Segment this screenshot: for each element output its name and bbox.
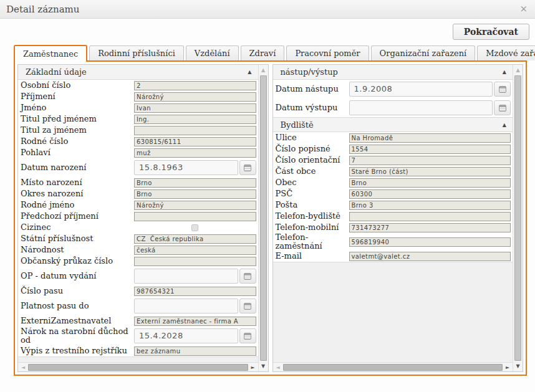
vertical-scroll-thumb[interactable] — [260, 75, 267, 361]
section-header-bydliste[interactable]: Bydliště▲ — [273, 117, 513, 132]
text-input[interactable]: bez záznamu — [134, 347, 256, 356]
calendar-button[interactable] — [239, 328, 256, 343]
text-input[interactable]: 987654321 — [134, 287, 256, 296]
field-label: Příjmení — [21, 92, 134, 101]
field-row-titul-za-jmenem: Titul za jménem — [18, 125, 258, 136]
horizontal-scrollbar[interactable]: ◄► — [273, 362, 513, 371]
field-row-cizinec: Cizinec — [18, 222, 258, 233]
collapse-icon[interactable]: ▲ — [503, 69, 506, 75]
section-title: nástup/výstup — [281, 67, 338, 77]
text-input[interactable] — [134, 257, 256, 266]
field-label: Státní příslušnost — [21, 234, 134, 243]
scroll-right-icon[interactable]: ► — [504, 363, 511, 371]
text-input[interactable]: Staré Brno (část) — [349, 167, 511, 176]
field-row-platnost-pasu-do: Platnost pasu do — [18, 297, 258, 315]
field-label: ExterniZamestnavatel — [21, 317, 134, 325]
scroll-left-icon[interactable]: ◄ — [275, 363, 281, 371]
calendar-button[interactable] — [239, 299, 256, 313]
field-row-misto-narozeni: Místo narozeníBrno — [18, 177, 258, 188]
text-input[interactable]: CZ Česká republika — [134, 234, 256, 244]
text-input[interactable]: Brno — [134, 178, 256, 188]
vertical-scrollbar[interactable]: ▲ ▼ — [513, 65, 523, 371]
calendar-button[interactable] — [494, 82, 511, 97]
field-label: Datum narození — [21, 163, 134, 172]
calendar-button[interactable] — [494, 100, 511, 115]
tab-organizacni-zarazeni[interactable]: Organizační zařazení — [371, 45, 476, 60]
field-label: Nárok na starobní důchod od — [21, 327, 134, 345]
text-input[interactable]: 60300 — [349, 189, 511, 199]
text-input[interactable]: 7 — [349, 156, 511, 165]
field-label: Místo narození — [21, 178, 134, 187]
horizontal-scroll-thumb[interactable] — [28, 364, 248, 371]
collapse-icon[interactable]: ▲ — [503, 122, 506, 128]
tab-zdravi[interactable]: Zdraví — [241, 45, 285, 60]
panel-empty-area — [18, 356, 258, 362]
scroll-down-icon[interactable]: ▼ — [261, 362, 265, 370]
date-input[interactable] — [134, 299, 238, 313]
close-icon[interactable]: × — [519, 4, 528, 14]
field-label: Telefon-bydliště — [276, 212, 349, 221]
text-input[interactable]: 1554 — [349, 145, 511, 154]
tab-vzdelani[interactable]: Vzdělání — [186, 45, 239, 60]
calendar-button[interactable] — [239, 269, 256, 284]
tab-zamestnanec[interactable]: Zaměstnanec — [14, 45, 87, 62]
field-label: Cizinec — [21, 223, 134, 232]
field-label: Titul před jménem — [21, 115, 134, 123]
calendar-button[interactable] — [239, 160, 256, 175]
text-input[interactable]: Brno — [349, 178, 511, 188]
tab-content: Základní údaje▲Osobní číslo2PříjmeníNáro… — [14, 60, 527, 376]
text-input[interactable]: valetmt@valet.cz — [349, 252, 511, 261]
section-header-zakladni-udaje[interactable]: Základní údaje▲ — [18, 65, 258, 80]
text-input[interactable]: Ivan — [134, 103, 256, 113]
text-input[interactable]: 596819940 — [349, 237, 511, 247]
text-input[interactable]: Brno — [134, 189, 256, 199]
vertical-scroll-thumb[interactable] — [514, 75, 521, 361]
section-header-nastup-vystup[interactable]: nástup/výstup▲ — [273, 65, 513, 80]
field-row-externizamestnavatel: ExterniZamestnavatelExterní zaměstnanec … — [18, 315, 258, 327]
text-input[interactable]: Brno 3 — [349, 201, 511, 210]
horizontal-scrollbar[interactable]: ◄► — [18, 362, 258, 371]
section-title: Základní údaje — [26, 67, 87, 77]
field-row-posta: PoštaBrno 3 — [273, 199, 513, 211]
field-label: Číslo pasu — [21, 287, 134, 295]
continue-button[interactable]: Pokračovat — [453, 24, 529, 40]
text-input[interactable]: muž — [134, 148, 256, 158]
text-input[interactable]: 2 — [134, 81, 256, 90]
collapse-icon[interactable]: ▲ — [248, 69, 251, 75]
date-input[interactable] — [134, 269, 238, 284]
right-panel: nástup/výstup▲Datum nástupu1.9.2008Datum… — [272, 64, 524, 372]
tab-bar: ZaměstnanecRodinní příslušníciVzděláníZd… — [0, 45, 535, 60]
right-panel-fields: nástup/výstup▲Datum nástupu1.9.2008Datum… — [273, 65, 513, 371]
text-input[interactable]: Nárožný — [134, 201, 256, 210]
scroll-up-icon[interactable]: ▲ — [261, 66, 265, 74]
field-label: Titul za jménem — [21, 126, 134, 135]
text-input[interactable]: Ing. — [134, 115, 256, 124]
date-input[interactable]: 15.8.1963 — [134, 160, 238, 175]
date-input[interactable]: 15.4.2028 — [134, 328, 238, 343]
text-input[interactable]: česká — [134, 246, 256, 255]
scroll-up-icon[interactable]: ▲ — [516, 66, 519, 74]
scroll-left-icon[interactable]: ◄ — [20, 363, 26, 371]
vertical-scrollbar[interactable]: ▲ ▼ — [258, 65, 268, 371]
scroll-down-icon[interactable]: ▼ — [516, 362, 519, 370]
text-input[interactable] — [134, 126, 256, 135]
date-input[interactable]: 1.9.2008 — [349, 82, 493, 97]
date-input[interactable] — [349, 100, 493, 115]
tab-pracovni-pomer[interactable]: Pracovní poměr — [286, 45, 369, 60]
text-input[interactable]: Externí zaměstnanec - firma A — [134, 317, 256, 326]
field-label: Část obce — [276, 167, 349, 176]
tab-mzdove-zarazeni[interactable]: Mzdové zařazení — [477, 45, 535, 60]
cizinec-checkbox[interactable] — [191, 224, 198, 231]
field-row-okres-narozeni: Okres narozeníBrno — [18, 188, 258, 199]
field-row-rodne-jmeno: Rodné jménoNárožný — [18, 199, 258, 211]
text-input[interactable] — [134, 212, 256, 221]
tab-rodinni-prislusnici[interactable]: Rodinní příslušníci — [89, 45, 184, 60]
text-input[interactable] — [349, 212, 511, 221]
text-input[interactable]: 630815/6111 — [134, 137, 256, 146]
horizontal-scroll-thumb[interactable] — [283, 364, 503, 371]
field-row-cislo-pasu: Číslo pasu987654321 — [18, 285, 258, 297]
text-input[interactable]: Nárožný — [134, 92, 256, 102]
text-input[interactable]: 731473277 — [349, 223, 511, 232]
scroll-right-icon[interactable]: ► — [250, 363, 256, 371]
text-input[interactable]: Na Hromadě — [349, 133, 511, 143]
